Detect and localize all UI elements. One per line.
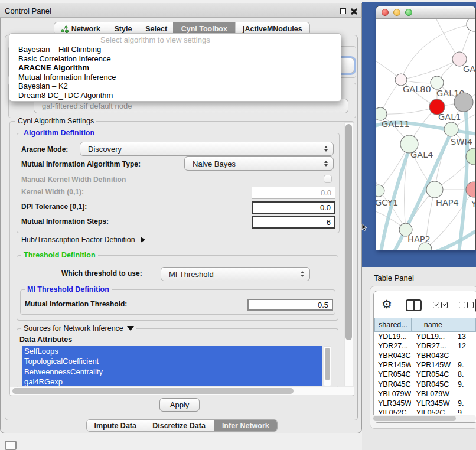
table-row[interactable]: YBR045CYBR045C9.	[374, 379, 476, 389]
table-cell: YLR345W	[374, 399, 411, 407]
mi-steps-field[interactable]: 6	[252, 216, 335, 229]
network-graph[interactable]: GALGAL80GAL10GAL1GAL11SWI4GAL4GCY1HAP4YH…	[376, 19, 476, 250]
network-node-gal10[interactable]	[431, 76, 444, 89]
hub-definition-toggle[interactable]: Hub/Transcription Factor Definition	[21, 236, 145, 244]
table-row[interactable]: YDR27...YDR27...12	[374, 341, 476, 351]
network-node[interactable]	[454, 93, 473, 112]
kernel-width-label: Kernel Width (0,1):	[21, 188, 84, 196]
network-window-titlebar[interactable]	[376, 6, 475, 19]
zoom-traffic-light[interactable]	[405, 9, 412, 16]
table-cell: 12	[455, 342, 476, 350]
table-cell: 8.	[455, 370, 476, 379]
table-hscrollbar[interactable]	[371, 415, 476, 422]
table-cell: 9.	[455, 380, 476, 389]
algorithm-option-basic-correlation-inference[interactable]: Basic Correlation Inference	[9, 54, 341, 64]
data-attributes-label: Data Attributes	[19, 335, 72, 344]
table-row[interactable]: YLR345WYLR345W9.	[374, 399, 476, 408]
table-row[interactable]: YBR043CYBR043C	[374, 351, 476, 360]
select-all-check-icon2[interactable]	[441, 302, 448, 308]
algorithm-option-aracne-algorithm[interactable]: ARACNE Algorithm	[9, 63, 341, 73]
sources-title-text: Sources for Network Inference	[24, 324, 123, 332]
expand-right-icon	[141, 237, 145, 243]
network-node-label: GAL4	[410, 150, 433, 159]
table-cell: YER054C	[411, 370, 455, 379]
network-node-gal80[interactable]	[395, 74, 407, 86]
algorithm-popup-prompt: Select algorithm to view settings	[100, 35, 210, 44]
column-header-name[interactable]: name	[411, 318, 455, 332]
mi-threshold-label: Mutual Information Threshold:	[25, 300, 127, 308]
algorithm-option-bayesian-hill-climbing[interactable]: Bayesian – Hill Climbing	[9, 45, 341, 54]
apply-button-label: Apply	[170, 400, 190, 409]
bottom-tab-impute-data[interactable]: Impute Data	[87, 420, 144, 431]
data-attributes-list[interactable]: SelfLoopsTopologicalCoefficientBetweenne…	[22, 346, 322, 386]
aracne-mode-label: Aracne Mode:	[21, 145, 68, 154]
manual-kernel-checkbox[interactable]	[324, 175, 332, 183]
close-traffic-light[interactable]	[382, 9, 389, 16]
network-node-label: SWI4	[451, 137, 472, 146]
attribute-item-selfloops[interactable]: SelfLoops	[22, 346, 322, 356]
float-icon[interactable]	[340, 8, 346, 14]
network-node-label: GAL	[463, 64, 476, 74]
mi-type-combo[interactable]: Naive Bayes	[184, 156, 334, 171]
mi-steps-label: Mutual Information Steps:	[21, 217, 109, 226]
algorithm-option-mutual-information-inference[interactable]: Mutual Information Inference	[9, 73, 341, 82]
unselect-all-icon[interactable]	[459, 302, 465, 308]
hub-definition-label: Hub/Transcription Factor Definition	[21, 236, 135, 244]
settings-vscrollbar-thumb[interactable]	[345, 124, 352, 340]
docked-panel-icon[interactable]	[5, 441, 17, 450]
table-row[interactable]: YDL19...YDL19...13	[374, 332, 476, 341]
column-header-shared[interactable]: shared...	[374, 318, 411, 332]
algorithm-option-dream8-dc-tdc-algorithm[interactable]: Dream8 DC_TDC Algorithm	[9, 91, 341, 100]
close-icon[interactable]	[351, 8, 357, 14]
gear-icon[interactable]: ⚙	[382, 297, 392, 311]
tab-label: Select	[145, 25, 167, 33]
bottom-tab-discretize-data[interactable]: Discretize Data	[144, 420, 213, 431]
settings-hscrollbar[interactable]	[10, 387, 354, 395]
dpi-tolerance-field[interactable]: 0.0	[252, 201, 335, 214]
table-row[interactable]: YIL052CYIL052C9.	[374, 408, 476, 414]
table-row[interactable]: YPR145WYPR145W9.	[374, 360, 476, 370]
kernel-width-field[interactable]: 0.0	[252, 187, 335, 199]
network-node-gal11[interactable]	[376, 107, 387, 120]
which-threshold-combo[interactable]: MI Threshold	[161, 267, 310, 281]
mi-threshold-value: 0.5	[318, 301, 328, 309]
table-cell: YBL079W	[374, 390, 411, 398]
list-scrollbar-thumb[interactable]	[325, 348, 330, 380]
attribute-item-betweennesscentrality[interactable]: BetweennessCentrality	[22, 367, 322, 377]
table-cell: YBR043C	[411, 351, 455, 360]
select-all-check-icon[interactable]	[433, 302, 439, 308]
bottom-tab-infer-network[interactable]: Infer Network	[214, 420, 277, 431]
table-hscrollbar-thumb[interactable]	[373, 416, 456, 421]
table-cell: YPR145W	[374, 361, 411, 369]
network-tab-icon	[61, 25, 69, 33]
table-cell: YBR043C	[374, 351, 411, 360]
table-cell: YBR045C	[374, 380, 411, 389]
table-header: shared...name	[374, 318, 476, 332]
attribute-item-topologicalcoefficient[interactable]: TopologicalCoefficient	[22, 356, 322, 366]
columns-icon[interactable]	[406, 299, 422, 311]
network-node-hap4[interactable]	[426, 181, 443, 198]
settings-vscrollbar[interactable]	[344, 122, 353, 386]
table-row[interactable]: YER054CYER054C8.	[374, 370, 476, 379]
network-node-label: GAL11	[382, 119, 410, 129]
control-panel-titlebar[interactable]	[0, 3, 362, 18]
network-node-gcy1[interactable]	[376, 185, 384, 197]
settings-hscrollbar-thumb[interactable]	[12, 388, 294, 394]
attribute-item-gal4rgexp[interactable]: gal4RGexp	[22, 377, 322, 386]
aracne-mode-combo[interactable]: Discovery	[80, 142, 334, 156]
column-header-extra[interactable]	[455, 318, 476, 332]
table-cell: YBR045C	[411, 380, 455, 389]
apply-button[interactable]: Apply	[159, 398, 200, 412]
list-scrollbar[interactable]	[324, 346, 331, 386]
minimize-traffic-light[interactable]	[393, 9, 400, 16]
table-panel-title: Table Panel	[374, 273, 414, 282]
table-row[interactable]: YBL079WYBL079W	[374, 389, 476, 399]
network-node-swi4[interactable]	[444, 122, 458, 136]
stepper-icon	[324, 146, 328, 152]
mi-threshold-field[interactable]: 0.5	[247, 299, 333, 311]
mi-type-label: Mutual Information Algorithm Type:	[21, 160, 141, 168]
unselect-all-icon2[interactable]	[467, 302, 474, 308]
algorithm-option-bayesian-k2[interactable]: Bayesian – K2	[9, 81, 341, 91]
collapse-down-icon[interactable]	[127, 326, 134, 331]
network-node[interactable]	[467, 19, 476, 31]
